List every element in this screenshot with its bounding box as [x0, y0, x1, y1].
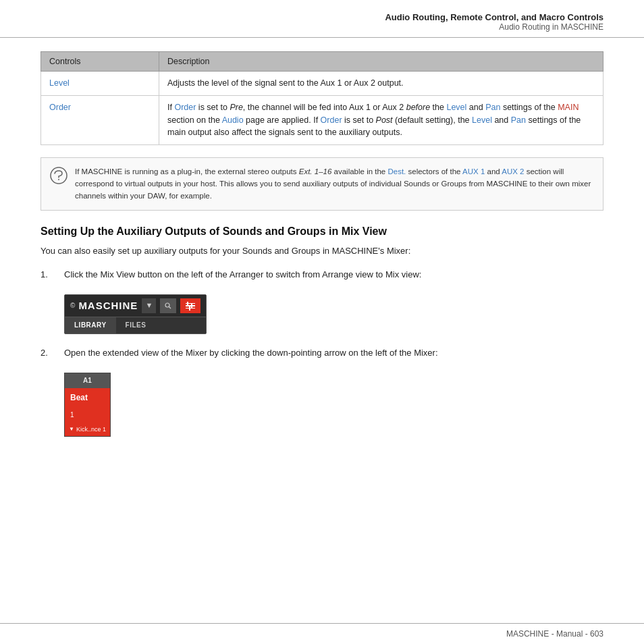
tab-files[interactable]: FILES — [116, 317, 156, 333]
note-text: If MASCHINE is running as a plug-in, the… — [75, 167, 591, 200]
mixer-sound-label: Kick..nce 1 — [76, 425, 106, 434]
order-link-inline2: Order — [321, 115, 342, 125]
step-number-2: 2. — [41, 346, 64, 360]
pan-link: Pan — [485, 103, 500, 112]
table-header-controls: Controls — [41, 52, 159, 72]
aux2-link: AUX 2 — [502, 167, 524, 176]
order-description: If Order is set to Pre, the channel will… — [167, 103, 581, 138]
header-subtitle: Audio Routing in MASCHINE — [41, 22, 603, 32]
aux1-link: AUX 1 — [462, 167, 485, 176]
mixer-panel-screenshot: A1 Beat 1 ▼ Kick..nce 1 — [64, 373, 111, 437]
step-number-1: 1. — [41, 268, 64, 282]
step-1-text: Click the Mix View button on the left of… — [64, 269, 421, 279]
level-link: Level — [49, 78, 70, 88]
list-item: 1. Click the Mix View button on the left… — [41, 268, 603, 334]
maschine-search-button[interactable] — [160, 298, 176, 313]
page-container: Audio Routing, Remote Control, and Macro… — [0, 0, 644, 644]
search-icon — [165, 302, 171, 309]
step-2-content: Open the extended view of the Mixer by c… — [64, 346, 603, 437]
dest-link: Dest. — [387, 167, 406, 176]
intro-text: You can also easily set up auxiliary out… — [41, 244, 603, 259]
section-heading: Setting Up the Auxiliary Outputs of Soun… — [41, 225, 603, 238]
table-cell-description: If Order is set to Pre, the channel will… — [159, 95, 603, 144]
svg-point-1 — [58, 179, 59, 180]
maschine-toolbar: © MASCHINE ▼ — [65, 295, 206, 317]
order-link: Order — [49, 103, 71, 112]
table-cell-control: Level — [41, 72, 159, 96]
svg-line-3 — [169, 307, 171, 309]
table-header-description: Description — [159, 52, 603, 72]
footer-text: MASCHINE - Manual - 603 — [506, 629, 603, 639]
table-cell-control: Order — [41, 95, 159, 144]
order-link-inline: Order — [174, 103, 196, 112]
tab-library[interactable]: LIBRARY — [65, 317, 116, 333]
audio-link: Audio — [222, 115, 244, 125]
mixer-number-label: 1 — [65, 408, 110, 423]
svg-point-2 — [165, 303, 169, 307]
mixer-icon — [186, 303, 195, 309]
mixer-name-label: Beat — [65, 388, 110, 408]
mix-view-button[interactable] — [180, 298, 200, 313]
list-item: 2. Open the extended view of the Mixer b… — [41, 346, 603, 437]
maschine-dropdown-button[interactable]: ▼ — [142, 298, 156, 313]
table-row: Order If Order is set to Pre, the channe… — [41, 95, 603, 144]
down-arrow-icon: ▼ — [69, 425, 74, 434]
mixer-sound-row: ▼ Kick..nce 1 — [65, 423, 110, 436]
main-link: MAIN — [558, 103, 579, 112]
maschine-tabs: LIBRARY FILES — [65, 317, 206, 333]
table-cell-description: Adjusts the level of the signal sent to … — [159, 72, 603, 96]
post-text: Post — [376, 115, 393, 125]
pre-text: Pre — [230, 103, 242, 112]
steps-list: 1. Click the Mix View button on the left… — [41, 268, 603, 437]
maschine-name: MASCHINE — [78, 298, 138, 314]
footer: MASCHINE - Manual - 603 — [0, 623, 644, 644]
table-row: Level Adjusts the level of the signal se… — [41, 72, 603, 96]
maschine-ui-screenshot: © MASCHINE ▼ — [64, 294, 207, 334]
header-title: Audio Routing, Remote Control, and Macro… — [41, 12, 603, 22]
main-content: Controls Description Level Adjusts the l… — [0, 38, 644, 476]
level-link-inline2: Level — [472, 115, 492, 125]
ext-text: Ext. 1–16 — [299, 167, 332, 176]
copyright-symbol: © — [70, 300, 76, 311]
before-text: before — [406, 103, 430, 112]
step-2-text: Open the extended view of the Mixer by c… — [64, 348, 438, 358]
pan-link2: Pan — [511, 115, 526, 125]
level-description: Adjusts the level of the signal sent to … — [167, 78, 404, 88]
maschine-logo: © MASCHINE — [70, 298, 138, 314]
step-1-content: Click the Mix View button on the left of… — [64, 268, 603, 334]
note-icon — [49, 166, 68, 185]
controls-table: Controls Description Level Adjusts the l… — [41, 51, 603, 145]
mixer-group-label: A1 — [65, 373, 110, 388]
note-box: If MASCHINE is running as a plug-in, the… — [41, 157, 603, 211]
svg-point-0 — [51, 167, 67, 184]
level-link-inline: Level — [446, 103, 466, 112]
header-section: Audio Routing, Remote Control, and Macro… — [0, 0, 644, 38]
